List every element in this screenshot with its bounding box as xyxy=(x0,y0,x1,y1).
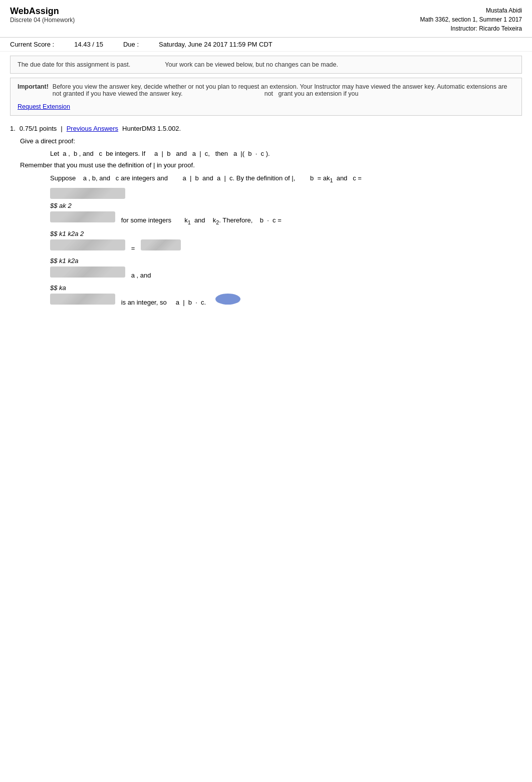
submit-oval[interactable] xyxy=(215,294,240,305)
blurred-row-2: for some integers k1 and k2. Therefore, … xyxy=(50,211,522,227)
due-label: Due : xyxy=(123,41,139,48)
important-box: Important! Before you view the answer ke… xyxy=(10,78,522,116)
blurred-input-5[interactable] xyxy=(50,267,125,278)
user-name: Mustafa Abidi xyxy=(420,6,522,15)
header-left: WebAssign Discrete 04 (Homework) xyxy=(10,6,75,33)
previous-answers-link[interactable]: Previous Answers xyxy=(67,125,118,132)
dollar-math-2: $$ k1 k2a 2 xyxy=(50,230,522,237)
proof-block: Suppose a , b, and c are integers and a … xyxy=(50,173,522,308)
k1-label: k1 and xyxy=(184,215,205,227)
problem-section: 1. 0.75/1 points | Previous Answers Hunt… xyxy=(0,120,532,316)
blurred-input-6[interactable] xyxy=(50,294,115,305)
blurred-row-3: = xyxy=(50,239,522,254)
not-text: not xyxy=(264,90,273,97)
dollar-math-1: $$ ak 2 xyxy=(50,202,522,209)
dollar-math-3: $$ k1 k2a xyxy=(50,257,522,265)
blurred-row-1 xyxy=(50,188,522,199)
k2-label: k2. Therefore, b · c = xyxy=(213,215,282,227)
important-label: Important! xyxy=(18,83,49,90)
score-value: 14.43 / 15 xyxy=(74,41,103,48)
blurred-input-3[interactable] xyxy=(50,239,125,250)
course-info: Math 3362, section 1, Summer 1 2017 xyxy=(420,15,522,24)
grant-text: grant you an extension if you xyxy=(279,90,359,97)
app-title: WebAssign xyxy=(10,6,75,17)
blurred-input-1[interactable] xyxy=(50,188,125,199)
problem-header: 1. 0.75/1 points | Previous Answers Hunt… xyxy=(10,125,522,132)
instructor-info: Instructor: Ricardo Teixeira xyxy=(420,24,522,33)
suppose-text: Suppose a , b, and c are integers and xyxy=(50,173,168,184)
due-value: Saturday, June 24 2017 11:59 PM CDT xyxy=(159,41,273,48)
important-text-row: Important! Before you view the answer ke… xyxy=(18,83,514,97)
problem-id: HunterDM3 1.5.002. xyxy=(122,125,181,132)
a-and-text: a , and xyxy=(131,270,151,281)
separator: | xyxy=(61,125,62,132)
remember-line: Remember that you must use the definitio… xyxy=(20,161,522,169)
score-bar: Current Score : 14.43 / 15 Due : Saturda… xyxy=(0,38,532,52)
request-extension-link[interactable]: Request Extension xyxy=(18,103,70,110)
past-due-text: The due date for this assignment is past… xyxy=(18,61,130,68)
view-text: Your work can be viewed below, but no ch… xyxy=(165,61,338,68)
header-right: Mustafa Abidi Math 3362, section 1, Summ… xyxy=(420,6,522,33)
important-body: Before you view the answer key, decide w… xyxy=(53,83,514,97)
dollar-math-4: $$ ka xyxy=(50,284,522,292)
blurred-input-2[interactable] xyxy=(50,211,115,222)
page-header: WebAssign Discrete 04 (Homework) Mustafa… xyxy=(0,0,532,38)
blurred-input-4[interactable] xyxy=(141,239,181,250)
problem-number: 1. xyxy=(10,125,16,132)
proof-line-1: Suppose a , b, and c are integers and a … xyxy=(50,173,522,185)
problem-body: Give a direct proof: Let a , b , and c b… xyxy=(10,137,522,308)
blurred-row-4: a , and xyxy=(50,267,522,281)
problem-statement: Give a direct proof: xyxy=(20,137,522,145)
final-proof-line: is an integer, so a | b · c. xyxy=(50,294,522,308)
is-integer-text: is an integer, so a | b · c. xyxy=(121,297,206,308)
divides-setup: a | b and a | c. By the definition of |, xyxy=(183,173,296,184)
math-statement: Let a , b , and c be integers. If a | b … xyxy=(50,149,522,159)
notice-box: The due date for this assignment is past… xyxy=(10,56,522,74)
subtitle: Discrete 04 (Homework) xyxy=(10,17,75,24)
current-score-label: Current Score : xyxy=(10,41,54,48)
for-text: for some integers xyxy=(121,215,171,226)
equals-sign: = xyxy=(131,243,135,254)
b-equals: b = ak1 and c = xyxy=(310,173,362,185)
points: 0.75/1 points xyxy=(20,125,57,132)
